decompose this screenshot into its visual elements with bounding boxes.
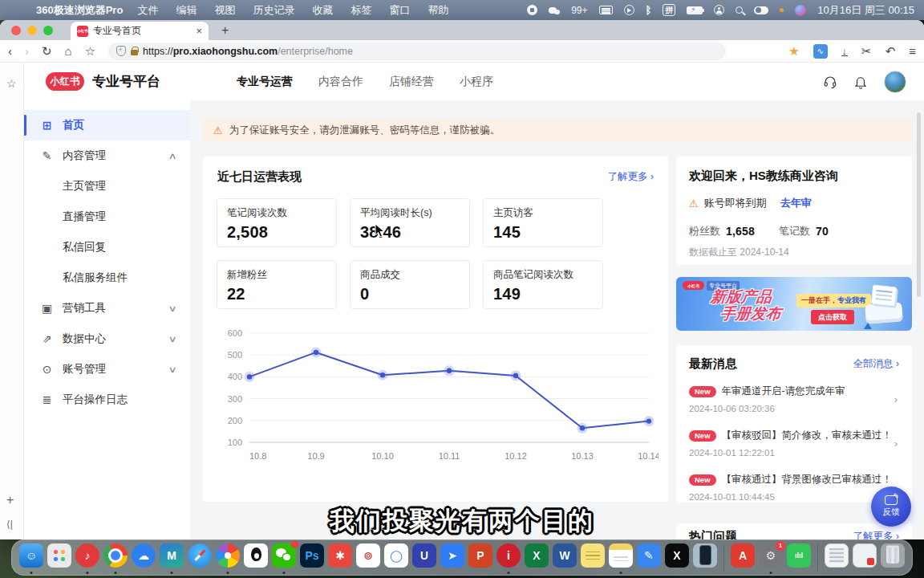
back-icon[interactable]: ‹ (8, 44, 12, 58)
promo-cta-button[interactable]: 点击获取 (811, 310, 854, 324)
window-close-button[interactable] (11, 26, 21, 35)
site-nav-小程序[interactable]: 小程序 (460, 75, 493, 89)
dock-plane-app[interactable]: ➤ (440, 543, 465, 572)
menubar-menu-收藏[interactable]: 收藏 (312, 3, 333, 18)
dock-excel[interactable]: X (524, 543, 549, 572)
play-status-icon[interactable] (624, 5, 634, 15)
promo-banner[interactable]: 小红书 专业号平台 新版产品手册发布 一册在手，专业我有 点击获取 (676, 277, 912, 331)
undo-icon[interactable]: ↶ (886, 44, 896, 59)
menubar-menu-编辑[interactable]: 编辑 (176, 3, 197, 18)
window-zoom-button[interactable] (43, 26, 53, 35)
dock-colorful-browser[interactable] (215, 543, 241, 572)
dock-settings[interactable]: ⚙1 (758, 543, 784, 572)
sidebar-item-营销工具[interactable]: ▣营销工具∨ (24, 293, 190, 324)
site-nav-内容合作[interactable]: 内容合作 (318, 75, 363, 89)
menubar-menu-窗口[interactable]: 窗口 (389, 3, 410, 18)
sidebar-item-主页管理[interactable]: 主页管理 (24, 171, 190, 201)
menubar-menu-帮助[interactable]: 帮助 (428, 3, 448, 18)
screenshot-scissors-icon[interactable]: ✂ (861, 44, 872, 59)
message-item[interactable]: New年审通道开启-请您完成年审2024-10-06 03:20:36› (689, 377, 899, 421)
sidebar-item-数据中心[interactable]: ⇗数据中心∨ (24, 324, 190, 354)
dock-launchpad[interactable] (47, 543, 72, 572)
sidebar-favorites-icon[interactable]: ☆ (6, 77, 17, 90)
dock-rings-app[interactable]: ⊚ (355, 543, 381, 572)
forward-icon[interactable]: › (25, 44, 29, 58)
page-scrollbar[interactable] (917, 112, 921, 297)
stat-card-新增粉丝[interactable]: 新增粉丝22 (217, 260, 337, 309)
stat-card-主页访客[interactable]: 主页访客145 (483, 198, 603, 247)
message-item[interactable]: New【审核通过】背景图修改已审核通过！2024-10-01 10:44:45› (689, 465, 899, 509)
dock-safari[interactable] (187, 543, 213, 572)
dock-i-app[interactable]: i (496, 543, 521, 572)
stat-card-商品成交[interactable]: 商品成交0 (350, 260, 470, 309)
avatar[interactable] (884, 71, 906, 93)
headset-icon[interactable] (823, 75, 837, 89)
apple-logo-icon[interactable] (14, 5, 25, 15)
extension-chart-icon[interactable]: ∿ (813, 44, 828, 59)
stat-card-笔记阅读次数[interactable]: 笔记阅读次数2,508 (217, 198, 337, 247)
sidebar-item-私信服务组件[interactable]: 私信服务组件 (24, 263, 190, 293)
menubar-menu-文件[interactable]: 文件 (137, 3, 158, 18)
message-item[interactable]: New【审核驳回】简介修改，审核未通过！2024-10-01 12:22:01› (689, 421, 899, 465)
site-nav-专业号运营[interactable]: 专业号运营 (237, 75, 293, 89)
dock-stocks[interactable]: ılıl (786, 543, 812, 572)
dock-u-app[interactable]: U (411, 543, 437, 572)
dock-clock-app[interactable]: ✱ (327, 543, 353, 572)
tab-close-icon[interactable]: × (196, 25, 202, 37)
learn-more-link[interactable]: 了解更多 › (608, 170, 654, 184)
dock-notes[interactable] (608, 543, 634, 572)
favorite-filled-icon[interactable]: ★ (788, 44, 799, 59)
dock-netease-music[interactable]: ♪ (75, 543, 100, 572)
screen-record-icon[interactable] (527, 5, 537, 15)
battery-icon[interactable] (687, 6, 703, 14)
dock-quark-browser[interactable]: ☁ (131, 543, 156, 572)
menubar-app-name[interactable]: 360极速浏览器Pro (36, 3, 123, 18)
window-minimize-button[interactable] (27, 26, 37, 35)
dock-chat-app[interactable]: ◯ (383, 543, 409, 572)
dock-pencil-app[interactable]: ✎ (636, 543, 662, 572)
dock-doc-thumbnail[interactable] (852, 543, 877, 572)
dock-qq[interactable] (243, 543, 269, 572)
dock-chrome[interactable] (103, 543, 128, 572)
all-messages-link[interactable]: 全部消息 › (853, 357, 899, 371)
stat-card-平均阅读时长(s)[interactable]: 平均阅读时长(s)38.46 (350, 198, 470, 247)
download-icon[interactable]: ↓ (841, 47, 849, 56)
new-tab-button[interactable]: + (221, 23, 229, 38)
dock-maxthon-browser[interactable]: M (159, 543, 184, 572)
dock-capcut[interactable]: X (664, 543, 690, 572)
spotlight-search-icon[interactable] (736, 6, 743, 14)
reload-icon[interactable]: ↻ (42, 44, 52, 59)
dock-window-thumbnail[interactable] (824, 543, 849, 572)
menubar-menu-标签[interactable]: 标签 (351, 3, 371, 18)
input-method-icon[interactable]: 拼 (663, 4, 675, 16)
home-icon[interactable]: ⌂ (65, 44, 72, 58)
menubar-menu-视图[interactable]: 视图 (214, 3, 235, 18)
dock-word[interactable]: W (552, 543, 578, 572)
browser-tab[interactable]: 小红书 专业号首页 × (71, 22, 209, 40)
dock-wechat[interactable] (271, 543, 297, 572)
user-account-icon[interactable] (714, 5, 724, 15)
sidebar-item-首页[interactable]: ⊞首页 (24, 110, 190, 140)
dock-powerpoint[interactable]: P (468, 543, 493, 572)
sidebar-item-平台操作日志[interactable]: ≣平台操作日志 (24, 385, 190, 415)
shield-plus-icon[interactable] (116, 46, 126, 56)
control-center-icon[interactable] (754, 6, 768, 14)
keyboard-icon[interactable] (599, 6, 613, 14)
renew-link[interactable]: 去年审 (780, 196, 812, 210)
bluetooth-icon[interactable]: ᛒ (646, 4, 652, 16)
sidebar-item-内容管理[interactable]: ✎内容管理∧ (24, 140, 190, 171)
bookmark-star-icon[interactable]: ☆ (85, 44, 95, 59)
xiaohongshu-logo[interactable]: 小红书 (46, 72, 84, 91)
address-bar[interactable]: https://pro.xiaohongshu.com/enterprise/h… (108, 43, 726, 60)
menubar-menu-历史记录[interactable]: 历史记录 (253, 3, 294, 18)
siri-icon[interactable] (795, 5, 806, 16)
seven-day-line-chart[interactable]: 10020030040050060010.810.910.1010.1110.1… (213, 324, 659, 466)
menu-hamburger-icon[interactable]: ≡ (909, 44, 916, 58)
menubar-clock[interactable]: 10月16日 周三 00:15 (817, 3, 914, 18)
dock-photoshop[interactable]: Ps (299, 543, 325, 572)
dock-stickies[interactable] (580, 543, 606, 572)
sidebar-item-账号管理[interactable]: ⊙账号管理∨ (24, 354, 190, 385)
site-nav-店铺经营[interactable]: 店铺经营 (389, 75, 434, 89)
sidebar-item-直播管理[interactable]: 直播管理 (24, 201, 190, 232)
dock-autodesk-app[interactable]: A (730, 543, 756, 572)
